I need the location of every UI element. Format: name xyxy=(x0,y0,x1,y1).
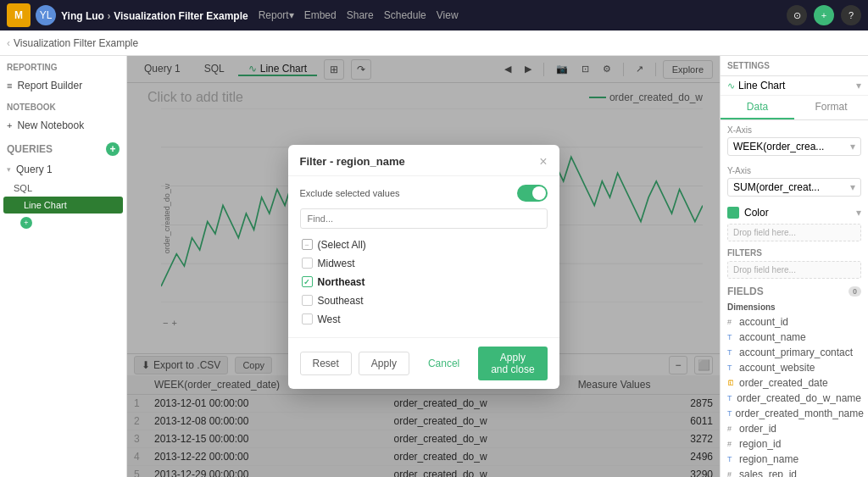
sidebar-item-new-notebook[interactable]: + New Notebook xyxy=(0,115,126,136)
modal-body: Exclude selected values −(Select All)Mid… xyxy=(288,176,559,337)
field-item-dimension[interactable]: #account_id xyxy=(727,314,861,330)
filter-item[interactable]: West xyxy=(300,310,548,329)
nav-right: ⊙ + ? xyxy=(787,5,861,25)
tab-format[interactable]: Format xyxy=(794,96,868,119)
notebook-icon: + xyxy=(7,120,12,130)
x-axis-dropdown[interactable]: WEEK(order_crea... ▾ xyxy=(727,137,861,156)
field-item-dimension[interactable]: Torder_created_do_w_name xyxy=(727,391,861,406)
filter-checkbox[interactable]: ✓ xyxy=(302,276,313,287)
field-item-dimension[interactable]: #sales_rep_id xyxy=(727,467,861,477)
field-item-dimension[interactable]: Taccount_primary_contact xyxy=(727,345,861,360)
filter-checkbox[interactable] xyxy=(302,258,313,269)
field-item-dimension[interactable]: 🗓order_created_date xyxy=(727,375,861,391)
queries-section-label: QUERIES + xyxy=(0,136,126,159)
modal-overlay[interactable]: Filter - region_name × Exclude selected … xyxy=(127,56,720,477)
tab-data[interactable]: Data xyxy=(721,96,794,119)
nav-arrow-left[interactable]: ‹ xyxy=(7,37,10,49)
field-item-dimension[interactable]: Tregion_name xyxy=(727,452,861,467)
filter-item[interactable]: Midwest xyxy=(300,254,548,273)
app-logo[interactable]: M xyxy=(7,3,31,27)
user-avatar[interactable]: YL xyxy=(36,5,56,25)
content-area: Query 1 SQL ∿ Line Chart ⊞ ↷ ◀ ▶ 📷 ⊡ ⚙ ↗ xyxy=(127,56,720,477)
sidebar-item-report-builder[interactable]: ≡ Report Builder xyxy=(0,75,126,96)
filters-drop-field[interactable]: Drop field here... xyxy=(727,261,861,279)
nav-share[interactable]: Share xyxy=(343,8,377,23)
field-item-dimension[interactable]: #order_id xyxy=(727,421,861,436)
field-label: account_name xyxy=(739,331,806,343)
settings-header: SETTINGS xyxy=(721,56,868,76)
nav-embed[interactable]: Embed xyxy=(301,8,340,23)
line-chart-type-icon: ∿ xyxy=(727,80,735,92)
field-label: sales_rep_id xyxy=(739,469,797,477)
y-axis-arrow: ▾ xyxy=(850,181,855,193)
filters-section: FILTERS Drop field here... xyxy=(721,245,868,282)
filter-item-label: West xyxy=(318,313,341,325)
field-label: order_created_do_w_name xyxy=(737,392,861,404)
reporting-section-label: REPORTING xyxy=(0,56,126,75)
field-type-icon: T xyxy=(727,348,736,357)
nav-add-btn[interactable]: + xyxy=(814,5,834,25)
nav-circle-btn[interactable]: ⊙ xyxy=(787,5,807,25)
filter-checkbox[interactable] xyxy=(302,313,313,324)
field-label: order_id xyxy=(739,423,776,435)
cancel-button[interactable]: Cancel xyxy=(416,352,471,374)
x-axis-value: WEEK(order_crea... xyxy=(733,141,824,153)
modal-close-btn[interactable]: × xyxy=(539,155,547,169)
nav-actions: Report▾ Embed Share Schedule View xyxy=(255,8,462,23)
filter-checkbox[interactable] xyxy=(302,295,313,306)
sidebar-item-sql[interactable]: SQL xyxy=(0,180,126,197)
chart-type-selector[interactable]: ∿ Line Chart xyxy=(727,80,785,92)
color-swatch xyxy=(727,207,739,219)
field-item-dimension[interactable]: Torder_created_month_name xyxy=(727,406,861,421)
page-title-nav: Ying Luo › Visualization Filter Example xyxy=(61,9,248,22)
toggle-label: Exclude selected values xyxy=(300,188,400,198)
filter-item-label: Midwest xyxy=(318,258,355,269)
color-drop-field[interactable]: Drop field here... xyxy=(727,224,861,241)
reset-button[interactable]: Reset xyxy=(300,352,352,375)
field-item-dimension[interactable]: Taccount_name xyxy=(727,330,861,345)
apply-button[interactable]: Apply xyxy=(359,352,409,375)
field-item-dimension[interactable]: #region_id xyxy=(727,436,861,452)
exclude-toggle[interactable] xyxy=(517,185,548,202)
filter-search-input[interactable] xyxy=(300,208,548,229)
notebook-section-label: NOTEBOOK xyxy=(0,96,126,115)
sidebar-item-line-chart[interactable]: Line Chart xyxy=(3,197,123,214)
filter-item[interactable]: −(Select All) xyxy=(300,236,548,254)
field-label: account_id xyxy=(739,316,788,328)
chart-type-label: Line Chart xyxy=(738,80,785,92)
report-builder-icon: ≡ xyxy=(7,80,12,91)
filter-modal: Filter - region_name × Exclude selected … xyxy=(288,145,559,389)
field-label: account_website xyxy=(739,362,815,374)
field-item-dimension[interactable]: Taccount_website xyxy=(727,360,861,375)
color-row: Color ▾ xyxy=(721,202,868,224)
y-axis-dropdown[interactable]: SUM(order_creat... ▾ xyxy=(727,178,861,197)
sidebar-item-query1[interactable]: ▾ Query 1 xyxy=(0,159,126,180)
y-axis-settings-label: Y-Axis xyxy=(727,166,861,175)
nav-view[interactable]: View xyxy=(433,8,462,23)
modal-header: Filter - region_name × xyxy=(288,145,559,176)
field-type-icon: # xyxy=(727,470,736,477)
breadcrumb: ‹ Visualization Filter Example xyxy=(7,37,138,49)
field-label: region_id xyxy=(739,438,781,450)
dimensions-group-title: Dimensions xyxy=(727,302,861,312)
field-label: account_primary_contact xyxy=(739,347,853,358)
field-type-icon: T xyxy=(727,333,736,341)
color-drop-zone: Drop field here... xyxy=(721,224,868,245)
add-query-btn[interactable]: + xyxy=(106,142,120,156)
apply-close-button[interactable]: Apply and close xyxy=(478,347,547,380)
nav-report[interactable]: Report▾ xyxy=(255,8,298,23)
filter-checkbox[interactable]: − xyxy=(302,239,313,250)
field-type-icon: T xyxy=(727,363,736,372)
add-item-btn[interactable]: + xyxy=(20,217,32,229)
filter-list: −(Select All)Midwest✓NortheastSoutheastW… xyxy=(300,236,548,329)
color-arrow: ▾ xyxy=(856,207,861,219)
filter-item-label: (Select All) xyxy=(318,239,366,251)
modal-title: Filter - region_name xyxy=(300,155,405,168)
query1-label: Query 1 xyxy=(16,164,53,175)
filter-item[interactable]: Southeast xyxy=(300,291,548,310)
field-type-icon: # xyxy=(727,318,736,326)
nav-schedule[interactable]: Schedule xyxy=(381,8,430,23)
filter-item[interactable]: ✓Northeast xyxy=(300,273,548,291)
modal-footer: Reset Apply Cancel Apply and close xyxy=(288,337,559,389)
nav-help-btn[interactable]: ? xyxy=(841,5,861,25)
